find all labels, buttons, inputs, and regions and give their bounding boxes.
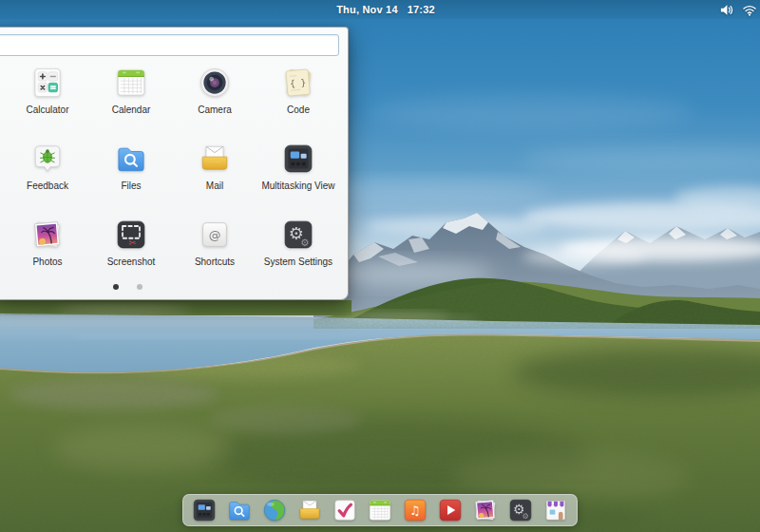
app-label: Feedback: [27, 180, 68, 191]
dock-item-music[interactable]: [402, 497, 428, 523]
app-label: Calendar: [112, 104, 151, 115]
app-mail[interactable]: Mail: [173, 142, 256, 218]
app-system-settings[interactable]: System Settings: [256, 218, 340, 294]
camera-icon: [198, 66, 232, 100]
calendar-icon: [367, 497, 393, 523]
desktop: Thu, Nov 14 17:32 Calculat: [0, 0, 760, 532]
volume-indicator[interactable]: [719, 3, 733, 17]
app-label: Photos: [32, 256, 62, 267]
dock-item-calendar[interactable]: [367, 497, 393, 523]
panel-date: Thu, Nov 14: [336, 4, 398, 15]
app-label: Screenshot: [107, 256, 156, 267]
app-label: Camera: [198, 104, 232, 115]
app-files[interactable]: Files: [89, 142, 173, 218]
app-label: Shortcuts: [195, 256, 235, 267]
system-settings-icon: [281, 218, 315, 252]
dock-item-web-browser[interactable]: [261, 497, 288, 523]
dock: [182, 494, 578, 526]
videos-icon: [437, 497, 464, 523]
music-icon: [402, 497, 428, 523]
wifi-indicator[interactable]: [742, 3, 757, 17]
app-shortcuts[interactable]: Shortcuts: [173, 218, 256, 294]
appcenter-icon: [542, 497, 569, 523]
panel-time: 17:32: [408, 4, 435, 15]
app-multitasking-view[interactable]: Multitasking View: [256, 142, 340, 218]
mail-icon: [296, 497, 323, 523]
panel-clock[interactable]: Thu, Nov 14 17:32: [336, 4, 435, 15]
calculator-icon: [30, 66, 65, 100]
page-dot-1[interactable]: [113, 284, 119, 290]
app-label: Calculator: [26, 104, 68, 115]
app-label: Multitasking View: [261, 180, 334, 191]
screenshot-icon: [114, 218, 148, 252]
panel-indicators: [719, 0, 757, 19]
dock-item-mail[interactable]: [296, 497, 323, 523]
multitasking-view-icon: [281, 142, 315, 176]
dock-item-files[interactable]: [226, 497, 253, 523]
dock-item-system-settings[interactable]: [507, 497, 534, 523]
files-icon: [226, 497, 253, 523]
dock-item-videos[interactable]: [437, 497, 464, 523]
app-calendar[interactable]: Calendar: [89, 66, 173, 142]
wifi-icon: [742, 3, 757, 17]
search-input[interactable]: [0, 34, 339, 56]
dock-item-tasks[interactable]: [332, 497, 358, 523]
app-code[interactable]: Code: [256, 66, 340, 142]
tasks-icon: [332, 497, 358, 523]
code-icon: [281, 66, 315, 100]
page-dot-2[interactable]: [137, 284, 142, 290]
dock-item-appcenter[interactable]: [542, 497, 569, 523]
app-label: Files: [121, 180, 141, 191]
multitasking-view-icon: [191, 497, 218, 523]
mail-icon: [198, 142, 232, 176]
volume-icon: [719, 3, 733, 17]
app-calculator[interactable]: Calculator: [6, 66, 89, 142]
dock-item-photos[interactable]: [472, 497, 499, 523]
top-panel: Thu, Nov 14 17:32: [0, 0, 760, 19]
app-label: Code: [287, 104, 310, 115]
calendar-icon: [114, 66, 148, 100]
app-grid: Calculator Calendar Camera Code Feedback…: [0, 66, 363, 294]
web-browser-icon: [261, 497, 288, 523]
photos-icon: [472, 497, 499, 523]
app-label: System Settings: [264, 256, 332, 267]
app-camera[interactable]: Camera: [173, 66, 256, 142]
feedback-icon: [30, 142, 65, 176]
app-screenshot[interactable]: Screenshot: [89, 218, 173, 294]
app-feedback[interactable]: Feedback: [6, 142, 89, 218]
shortcuts-icon: [198, 218, 232, 252]
system-settings-icon: [507, 497, 534, 523]
photos-icon: [30, 218, 65, 252]
page-indicator: [113, 284, 142, 290]
applications-menu: Calculator Calendar Camera Code Feedback…: [0, 27, 349, 300]
app-label: Mail: [206, 180, 223, 191]
app-photos[interactable]: Photos: [6, 218, 89, 294]
files-icon: [114, 142, 148, 176]
dock-item-multitasking-view[interactable]: [191, 497, 218, 523]
